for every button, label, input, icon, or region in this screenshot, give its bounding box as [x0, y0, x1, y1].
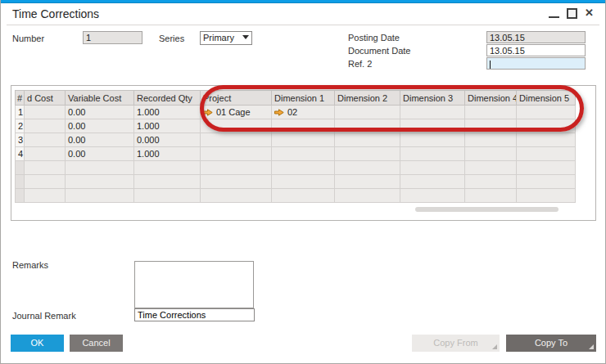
table-cell[interactable]: [465, 106, 517, 119]
table-cell[interactable]: [201, 189, 272, 203]
column-header-hash[interactable]: #: [16, 91, 25, 106]
table-cell[interactable]: [335, 133, 400, 147]
table-row: 20.001.000: [16, 119, 576, 133]
table-cell[interactable]: [335, 175, 400, 189]
table-cell[interactable]: [201, 147, 272, 161]
table-cell[interactable]: [201, 175, 272, 189]
posting-date-field[interactable]: 13.05.15: [486, 31, 586, 43]
column-header-project[interactable]: Project: [201, 91, 272, 106]
table-cell[interactable]: [400, 133, 465, 147]
copy-from-button[interactable]: Copy From: [412, 335, 500, 352]
table-cell[interactable]: [272, 189, 335, 203]
table-cell[interactable]: 01 Cage: [201, 106, 272, 119]
row-number-cell[interactable]: 3: [16, 133, 25, 147]
titlebar-divider: [7, 25, 599, 25]
horizontal-scrollbar-thumb[interactable]: [415, 207, 559, 212]
table-cell[interactable]: [25, 161, 66, 175]
column-header-dimension-3[interactable]: Dimension 3: [400, 91, 465, 106]
remarks-textarea[interactable]: [134, 261, 254, 308]
table-cell[interactable]: 0.00: [66, 106, 134, 119]
table-cell[interactable]: [400, 119, 465, 133]
table-cell[interactable]: [517, 161, 576, 175]
table-cell[interactable]: [25, 189, 66, 203]
table-cell[interactable]: [465, 119, 517, 133]
table-cell[interactable]: [465, 175, 517, 189]
document-date-field[interactable]: 13.05.15: [486, 44, 586, 56]
series-select[interactable]: Primary: [200, 31, 252, 45]
table-cell[interactable]: [400, 175, 465, 189]
column-header-cost[interactable]: d Cost: [25, 91, 66, 106]
table-cell[interactable]: [400, 106, 465, 119]
table-cell[interactable]: 0.000: [134, 133, 201, 147]
row-number-cell[interactable]: 2: [16, 119, 25, 133]
table-cell[interactable]: [465, 133, 517, 147]
table-cell[interactable]: [66, 175, 134, 189]
column-header-dimension-1[interactable]: Dimension 1: [272, 91, 335, 106]
table-cell[interactable]: [25, 133, 66, 147]
table-cell[interactable]: [335, 106, 400, 119]
table-cell[interactable]: [201, 161, 272, 175]
table-cell[interactable]: [201, 133, 272, 147]
row-number-cell[interactable]: 4: [16, 147, 25, 161]
table-cell[interactable]: [134, 189, 201, 203]
table-cell[interactable]: [272, 147, 335, 161]
close-icon[interactable]: ✕: [585, 7, 594, 20]
table-cell[interactable]: 1.000: [134, 147, 201, 161]
table-cell[interactable]: [517, 133, 576, 147]
link-arrow-icon[interactable]: [274, 108, 284, 118]
column-header-variable-cost[interactable]: Variable Cost: [66, 91, 134, 106]
cancel-button[interactable]: Cancel: [70, 335, 123, 352]
table-cell[interactable]: [335, 119, 400, 133]
table-cell[interactable]: 1.000: [134, 106, 201, 119]
table-cell[interactable]: [25, 147, 66, 161]
table-cell[interactable]: 0.00: [66, 119, 134, 133]
table-cell[interactable]: [465, 189, 517, 203]
table-cell[interactable]: [517, 189, 576, 203]
ok-button[interactable]: OK: [11, 335, 64, 352]
column-header-dimension-2[interactable]: Dimension 2: [335, 91, 400, 106]
column-header-recorded-qty[interactable]: Recorded Qty: [134, 91, 201, 106]
table-cell[interactable]: [465, 161, 517, 175]
minimize-icon[interactable]: [549, 7, 559, 20]
table-cell[interactable]: [25, 106, 66, 119]
table-cell[interactable]: [517, 106, 576, 119]
link-arrow-icon[interactable]: [203, 108, 213, 118]
ref2-field[interactable]: [486, 57, 586, 70]
journal-remark-field[interactable]: Time Corrections: [134, 308, 255, 321]
column-header-dimension-5[interactable]: Dimension 5: [517, 91, 576, 106]
table-cell[interactable]: [25, 175, 66, 189]
column-header-dimension-4[interactable]: Dimension 4: [465, 91, 517, 106]
row-number-cell[interactable]: [16, 189, 25, 203]
table-cell[interactable]: 0.00: [66, 133, 134, 147]
table-cell[interactable]: [517, 147, 576, 161]
table-cell[interactable]: 02: [272, 106, 335, 119]
table-cell[interactable]: [66, 161, 134, 175]
table-cell[interactable]: [400, 161, 465, 175]
number-field[interactable]: 1: [83, 31, 142, 44]
table-cell[interactable]: [272, 161, 335, 175]
copy-to-button[interactable]: Copy To: [506, 335, 596, 352]
table-cell[interactable]: [335, 147, 400, 161]
table-cell[interactable]: [400, 147, 465, 161]
table-cell[interactable]: [134, 175, 201, 189]
table-cell[interactable]: [517, 119, 576, 133]
table-row: 40.001.000: [16, 147, 576, 161]
row-number-cell[interactable]: 1: [16, 106, 25, 119]
table-cell[interactable]: [134, 161, 201, 175]
maximize-icon[interactable]: [567, 8, 577, 19]
table-cell[interactable]: 1.000: [134, 119, 201, 133]
row-number-cell[interactable]: [16, 175, 25, 189]
table-cell[interactable]: [400, 189, 465, 203]
table-cell[interactable]: [201, 119, 272, 133]
table-cell[interactable]: [25, 119, 66, 133]
table-cell[interactable]: [465, 147, 517, 161]
table-cell[interactable]: [272, 133, 335, 147]
table-cell[interactable]: [272, 119, 335, 133]
table-cell[interactable]: [335, 161, 400, 175]
table-cell[interactable]: [517, 175, 576, 189]
table-cell[interactable]: 0.00: [66, 147, 134, 161]
table-cell[interactable]: [66, 189, 134, 203]
row-number-cell[interactable]: [16, 161, 25, 175]
table-cell[interactable]: [272, 175, 335, 189]
table-cell[interactable]: [335, 189, 400, 203]
